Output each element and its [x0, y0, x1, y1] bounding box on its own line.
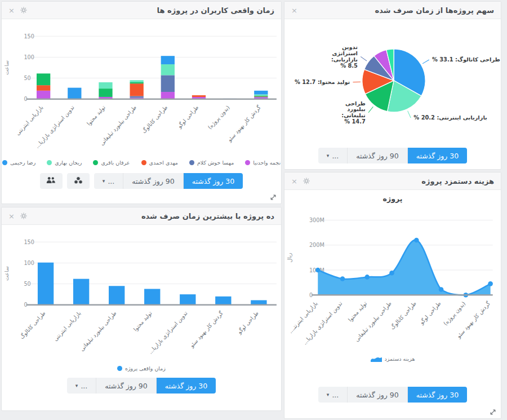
filter-users-button[interactable]: [40, 173, 63, 189]
svg-text:طراحی کاتالوگ: طراحی کاتالوگ: [140, 104, 168, 135]
chart-legend: زمان واقعی پروژه: [2, 365, 281, 372]
svg-text:تدوین استراتژی بازاریا...: تدوین استراتژی بازاریا...: [147, 310, 189, 355]
legend-label: عرفان باقری: [101, 160, 130, 166]
panel-title: هزینه دستمزد پروژه: [310, 177, 494, 185]
range-90-button[interactable]: 90 روز گذشته: [347, 387, 407, 403]
panel-wage-cost: هزینه دستمزد پروژه × پروژه 0100M200M300M…: [284, 172, 501, 419]
panel-title: ده پروژه با بیشترین زمان صرف شده: [27, 212, 274, 220]
legend-label: مهسا خوش کلام: [197, 160, 234, 166]
range-30-button[interactable]: 30 روز گذشته: [183, 173, 243, 189]
panel-header: سهم پروژه‌ها از زمان صرف شده ×: [284, 2, 501, 19]
dashboard: { "buttons": { "range_30": "30 روز گذشته…: [0, 0, 507, 420]
legend-item[interactable]: نجمه واحدنیا: [245, 160, 281, 166]
caret-down-icon: ▾: [103, 178, 105, 184]
svg-text:تولید محتوا: تولید محتوا: [347, 300, 368, 322]
svg-text:تولید محتوا: تولید محتوا: [132, 310, 153, 333]
svg-text:200M: 200M: [309, 242, 324, 248]
close-icon[interactable]: ×: [291, 7, 297, 14]
gear-icon[interactable]: [20, 213, 27, 219]
stacked-bar-chart: 050100150ساعتبازاریابی اینترنتیتدوین است…: [2, 19, 281, 155]
svg-text:گردش کار بهبود سئو: گردش کار بهبود سئو: [188, 310, 224, 350]
legend-item[interactable]: رضا رحیمی: [2, 160, 35, 166]
resize-handle[interactable]: [490, 409, 496, 415]
legend-label: هزینه دستمزد: [385, 356, 415, 362]
svg-text:طراحی کاتالوگ: طراحی کاتالوگ: [389, 300, 417, 331]
range-90-button[interactable]: 90 روز گذشته: [96, 378, 155, 394]
caret-down-icon: ▾: [75, 383, 78, 388]
range-more-dropdown[interactable]: ... ▾: [67, 378, 96, 394]
legend-item[interactable]: ریحان بهاری: [47, 160, 82, 166]
panel-header: هزینه دستمزد پروژه ×: [284, 173, 501, 190]
svg-text:150: 150: [24, 239, 34, 245]
legend-item[interactable]: زمان واقعی پروژه: [117, 365, 166, 372]
range-more-dropdown[interactable]: ... ▾: [94, 173, 123, 189]
more-label: ...: [108, 177, 114, 185]
range-30-button[interactable]: 30 روز گذشته: [407, 387, 467, 403]
header-icons: ×: [291, 178, 310, 185]
more-label: ...: [332, 391, 339, 399]
svg-text:طراحیبیلبوردتبلیغاتی:14.7 %: طراحیبیلبوردتبلیغاتی:14.7 %: [341, 100, 366, 125]
users-icon: [46, 176, 56, 185]
svg-text:150: 150: [24, 33, 34, 39]
close-icon[interactable]: ×: [291, 178, 297, 185]
range-more-dropdown[interactable]: ... ▾: [318, 148, 347, 163]
range-button-row: 30 روز گذشته 90 روز گذشته ... ▾: [284, 148, 501, 163]
svg-text:بازاریابی اینترنتی: بازاریابی اینترنتی: [52, 310, 82, 342]
range-more-dropdown[interactable]: ... ▾: [318, 387, 347, 403]
svg-text:50: 50: [24, 75, 30, 81]
range-button-row: 30 روز گذشته 90 روز گذشته ... ▾: [2, 378, 281, 394]
header-icons: ×: [8, 213, 27, 220]
svg-text:100: 100: [24, 260, 34, 266]
close-icon[interactable]: ×: [8, 213, 15, 220]
filter-projects-button[interactable]: [67, 173, 90, 189]
panel-title: زمان واقعی کاربران در پروژه ها: [27, 6, 274, 15]
caret-down-icon: ▾: [327, 153, 330, 158]
gear-icon[interactable]: [20, 7, 27, 14]
close-icon[interactable]: ×: [8, 7, 15, 14]
legend-label: نجمه واحدنیا: [253, 160, 281, 166]
panel-header: ده پروژه با بیشترین زمان صرف شده ×: [2, 207, 281, 225]
dot-legend-icon: [93, 160, 98, 165]
range-button-row: 30 روز گذشته 90 روز گذشته ... ▾: [284, 387, 501, 403]
chart-legend: نجمه واحدنیامهسا خوش کلاممهدی احمدیعرفان…: [2, 160, 281, 166]
range-button-row: 30 روز گذشته 90 روز گذشته ... ▾: [2, 173, 281, 189]
gear-icon[interactable]: [303, 178, 310, 184]
svg-text:100: 100: [24, 54, 34, 60]
legend-label: مهدی احمدی: [149, 160, 178, 166]
range-90-button[interactable]: 90 روز گذشته: [347, 148, 407, 163]
resize-handle[interactable]: [270, 194, 277, 201]
svg-text:300M: 300M: [309, 217, 324, 223]
range-button-group: 30 روز گذشته 90 روز گذشته ... ▾: [94, 173, 243, 189]
legend-item[interactable]: عرفان باقری: [93, 160, 130, 166]
pie-chart: طراحی کاتالوگ: 33.1 %بازاریابی اینترنتی:…: [284, 19, 501, 142]
legend-item[interactable]: مهدی احمدی: [141, 160, 178, 166]
range-button-group: 30 روز گذشته 90 روز گذشته ... ▾: [318, 387, 467, 403]
panel-title: سهم پروژه‌ها از زمان صرف شده: [297, 6, 494, 15]
range-90-button[interactable]: 90 روز گذشته: [123, 173, 183, 189]
range-button-group: 30 روز گذشته 90 روز گذشته ... ▾: [318, 148, 467, 163]
dot-legend-icon: [245, 160, 250, 165]
dot-legend-icon: [117, 366, 122, 371]
svg-text:تولید محتوا: تولید محتوا: [86, 104, 106, 127]
legend-item[interactable]: مهسا خوش کلام: [189, 160, 234, 166]
panel-top-projects: ده پروژه با بیشترین زمان صرف شده × 05010…: [1, 207, 282, 411]
svg-text:طراحی لوگو: طراحی لوگو: [176, 104, 199, 130]
svg-text:ریال: ریال: [286, 253, 292, 263]
bar-chart: 050100150ساعتطراحی کاتالوگبازاریابی اینت…: [2, 225, 281, 361]
legend-item[interactable]: هزینه دستمزد: [371, 356, 415, 362]
panel-projects-share: سهم پروژه‌ها از زمان صرف شده × طراحی کات…: [284, 1, 501, 170]
range-30-button[interactable]: 30 روز گذشته: [156, 378, 216, 394]
svg-text:طراحی کاتالوگ: 33.1 %: طراحی کاتالوگ: 33.1 %: [432, 56, 500, 63]
dot-legend-icon: [141, 160, 146, 165]
range-30-button[interactable]: 30 روز گذشته: [407, 148, 467, 163]
more-label: ...: [81, 382, 87, 390]
svg-text:تدویناستراتژیبازاریابی:8.5 %: تدویناستراتژیبازاریابی:8.5 %: [331, 44, 358, 69]
legend-label: زمان واقعی پروژه: [125, 365, 166, 372]
svg-text:بازاریابی اینترنتی: بازاریابی اینترنتی: [15, 104, 45, 136]
area-chart-svg: 0100M200M300Mریالبازاریابی اینترنتـ...تد…: [284, 206, 501, 351]
more-label: ...: [332, 152, 339, 160]
svg-text:ساعت: ساعت: [3, 266, 10, 281]
area-chart: 0100M200M300Mریالبازاریابی اینترنتـ...تد…: [284, 204, 501, 351]
projects-icon: [74, 176, 83, 186]
dot-legend-icon: [2, 160, 7, 165]
